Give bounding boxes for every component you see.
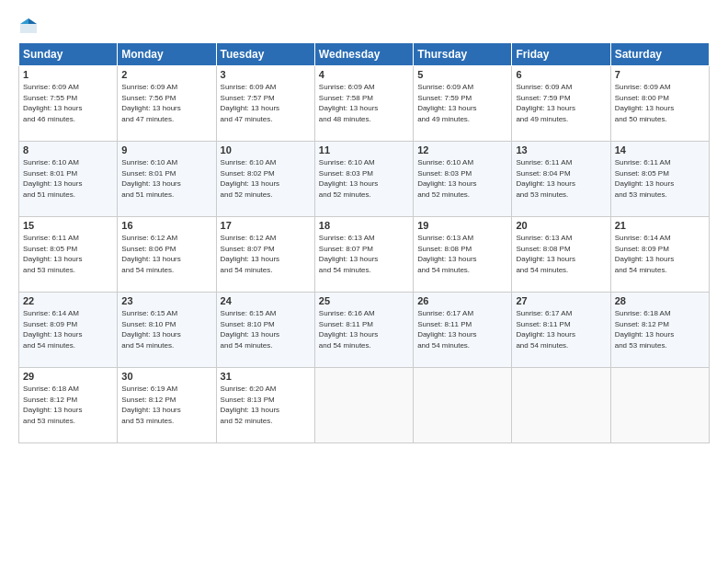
day-number: 20 [516,220,606,231]
day-number: 5 [417,69,507,80]
day-info: Sunrise: 6:18 AM Sunset: 8:12 PM Dayligh… [615,308,705,350]
day-info: Sunrise: 6:14 AM Sunset: 8:09 PM Dayligh… [615,233,705,275]
day-number: 12 [417,144,507,155]
day-cell: 20Sunrise: 6:13 AM Sunset: 8:08 PM Dayli… [512,217,610,293]
day-info: Sunrise: 6:09 AM Sunset: 8:00 PM Dayligh… [615,82,705,124]
calendar: SundayMondayTuesdayWednesdayThursdayFrid… [18,42,710,443]
day-info: Sunrise: 6:12 AM Sunset: 8:06 PM Dayligh… [121,233,211,275]
week-row-1: 1Sunrise: 6:09 AM Sunset: 7:55 PM Daylig… [19,66,710,142]
day-info: Sunrise: 6:17 AM Sunset: 8:11 PM Dayligh… [417,308,507,350]
day-info: Sunrise: 6:10 AM Sunset: 8:01 PM Dayligh… [23,157,113,200]
day-number: 7 [615,69,705,80]
day-number: 23 [121,295,211,306]
svg-marker-1 [28,18,37,24]
day-info: Sunrise: 6:09 AM Sunset: 7:58 PM Dayligh… [319,82,409,124]
day-number: 14 [615,144,705,155]
header-tuesday: Tuesday [216,43,314,66]
day-info: Sunrise: 6:09 AM Sunset: 7:55 PM Dayligh… [23,82,113,124]
day-info: Sunrise: 6:09 AM Sunset: 7:59 PM Dayligh… [516,82,606,124]
day-number: 1 [23,69,113,80]
day-cell: 10Sunrise: 6:10 AM Sunset: 8:02 PM Dayli… [216,142,314,217]
page: SundayMondayTuesdayWednesdayThursdayFrid… [0,0,728,563]
day-number: 21 [615,220,705,231]
day-info: Sunrise: 6:10 AM Sunset: 8:01 PM Dayligh… [121,157,211,200]
day-cell: 7Sunrise: 6:09 AM Sunset: 8:00 PM Daylig… [610,66,709,142]
day-info: Sunrise: 6:11 AM Sunset: 8:04 PM Dayligh… [516,157,606,200]
day-cell: 23Sunrise: 6:15 AM Sunset: 8:10 PM Dayli… [118,293,216,368]
day-cell: 24Sunrise: 6:15 AM Sunset: 8:10 PM Dayli… [216,293,314,368]
day-number: 25 [319,295,409,306]
day-number: 24 [221,295,311,306]
day-cell: 1Sunrise: 6:09 AM Sunset: 7:55 PM Daylig… [19,66,118,142]
header-wednesday: Wednesday [314,43,413,66]
day-cell: 16Sunrise: 6:12 AM Sunset: 8:06 PM Dayli… [118,217,216,293]
day-info: Sunrise: 6:09 AM Sunset: 7:57 PM Dayligh… [221,82,311,124]
day-number: 30 [121,371,211,382]
day-number: 2 [121,69,211,80]
header [18,17,710,37]
day-cell [610,368,709,443]
header-monday: Monday [118,43,216,66]
day-info: Sunrise: 6:13 AM Sunset: 8:08 PM Dayligh… [417,233,507,275]
day-cell: 14Sunrise: 6:11 AM Sunset: 8:05 PM Dayli… [610,142,709,217]
day-cell: 29Sunrise: 6:18 AM Sunset: 8:12 PM Dayli… [19,368,118,443]
day-cell: 19Sunrise: 6:13 AM Sunset: 8:08 PM Dayli… [414,217,512,293]
day-cell: 28Sunrise: 6:18 AM Sunset: 8:12 PM Dayli… [610,293,709,368]
day-cell: 18Sunrise: 6:13 AM Sunset: 8:07 PM Dayli… [314,217,413,293]
day-info: Sunrise: 6:20 AM Sunset: 8:13 PM Dayligh… [221,384,311,426]
day-number: 9 [121,144,211,155]
header-row: SundayMondayTuesdayWednesdayThursdayFrid… [19,43,710,66]
day-info: Sunrise: 6:09 AM Sunset: 7:59 PM Dayligh… [417,82,507,124]
day-info: Sunrise: 6:17 AM Sunset: 8:11 PM Dayligh… [516,308,606,350]
day-info: Sunrise: 6:10 AM Sunset: 8:03 PM Dayligh… [417,157,507,200]
day-number: 19 [417,220,507,231]
day-number: 4 [319,69,409,80]
day-cell: 6Sunrise: 6:09 AM Sunset: 7:59 PM Daylig… [512,66,610,142]
day-number: 16 [121,220,211,231]
day-number: 27 [516,295,606,306]
header-saturday: Saturday [610,43,709,66]
day-cell: 3Sunrise: 6:09 AM Sunset: 7:57 PM Daylig… [216,66,314,142]
day-cell: 27Sunrise: 6:17 AM Sunset: 8:11 PM Dayli… [512,293,610,368]
day-number: 6 [516,69,606,80]
day-number: 31 [221,371,311,382]
day-cell: 12Sunrise: 6:10 AM Sunset: 8:03 PM Dayli… [414,142,512,217]
day-number: 13 [516,144,606,155]
day-cell: 30Sunrise: 6:19 AM Sunset: 8:12 PM Dayli… [118,368,216,443]
day-cell: 4Sunrise: 6:09 AM Sunset: 7:58 PM Daylig… [314,66,413,142]
day-cell: 11Sunrise: 6:10 AM Sunset: 8:03 PM Dayli… [314,142,413,217]
day-info: Sunrise: 6:13 AM Sunset: 8:07 PM Dayligh… [319,233,409,275]
day-cell [414,368,512,443]
day-cell [314,368,413,443]
day-cell: 31Sunrise: 6:20 AM Sunset: 8:13 PM Dayli… [216,368,314,443]
day-cell: 15Sunrise: 6:11 AM Sunset: 8:05 PM Dayli… [19,217,118,293]
day-number: 18 [319,220,409,231]
header-sunday: Sunday [19,43,118,66]
day-info: Sunrise: 6:13 AM Sunset: 8:08 PM Dayligh… [516,233,606,275]
day-number: 15 [23,220,113,231]
day-info: Sunrise: 6:11 AM Sunset: 8:05 PM Dayligh… [615,157,705,200]
week-row-5: 29Sunrise: 6:18 AM Sunset: 8:12 PM Dayli… [19,368,710,443]
day-info: Sunrise: 6:14 AM Sunset: 8:09 PM Dayligh… [23,308,113,350]
day-cell: 17Sunrise: 6:12 AM Sunset: 8:07 PM Dayli… [216,217,314,293]
day-cell: 21Sunrise: 6:14 AM Sunset: 8:09 PM Dayli… [610,217,709,293]
day-cell: 22Sunrise: 6:14 AM Sunset: 8:09 PM Dayli… [19,293,118,368]
day-cell: 9Sunrise: 6:10 AM Sunset: 8:01 PM Daylig… [118,142,216,217]
week-row-3: 15Sunrise: 6:11 AM Sunset: 8:05 PM Dayli… [19,217,710,293]
week-row-4: 22Sunrise: 6:14 AM Sunset: 8:09 PM Dayli… [19,293,710,368]
day-info: Sunrise: 6:09 AM Sunset: 7:56 PM Dayligh… [121,82,211,124]
header-thursday: Thursday [414,43,512,66]
day-number: 28 [615,295,705,306]
day-number: 8 [23,144,113,155]
day-number: 11 [319,144,409,155]
day-info: Sunrise: 6:15 AM Sunset: 8:10 PM Dayligh… [121,308,211,350]
day-info: Sunrise: 6:16 AM Sunset: 8:11 PM Dayligh… [319,308,409,350]
logo [18,17,42,37]
day-info: Sunrise: 6:10 AM Sunset: 8:03 PM Dayligh… [319,157,409,200]
week-row-2: 8Sunrise: 6:10 AM Sunset: 8:01 PM Daylig… [19,142,710,217]
day-number: 10 [221,144,311,155]
day-info: Sunrise: 6:10 AM Sunset: 8:02 PM Dayligh… [221,157,311,200]
day-cell: 13Sunrise: 6:11 AM Sunset: 8:04 PM Dayli… [512,142,610,217]
day-cell: 26Sunrise: 6:17 AM Sunset: 8:11 PM Dayli… [414,293,512,368]
day-info: Sunrise: 6:11 AM Sunset: 8:05 PM Dayligh… [23,233,113,275]
